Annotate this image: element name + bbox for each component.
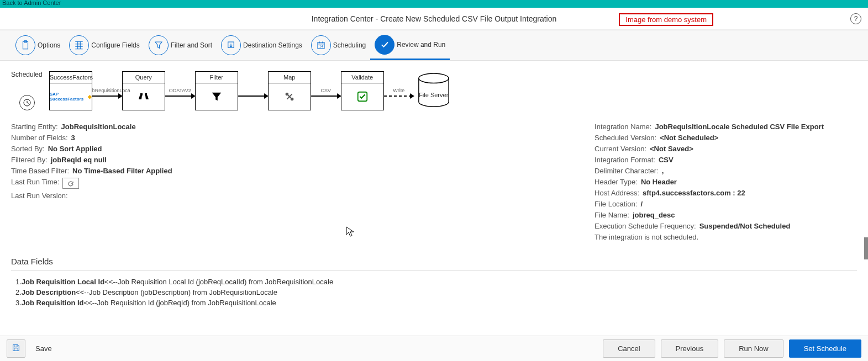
scheduled-label: Scheduled [11,71,43,78]
scrollbar-thumb[interactable] [864,237,868,259]
value: jobreq_desc [633,211,675,219]
previous-button[interactable]: Previous [661,339,719,358]
arrow-label: CSV [311,88,341,93]
label: Integration Format: [595,156,655,164]
wizard-step-destination[interactable]: Destination Settings [217,30,307,60]
wizard-step-label: Options [38,41,60,49]
run-now-button[interactable]: Run Now [724,339,783,358]
arrow [238,95,268,97]
label: Sorted By: [11,145,45,153]
svg-text:14: 14 [319,45,323,48]
value: No Time-Based Filter Applied [72,167,172,175]
fileserver-label: File Server [416,92,451,98]
node-filter: Filter [195,71,238,110]
arrow-label: Write [384,88,414,93]
filter-icon [149,35,169,55]
value: JobRequisitionLocale Scheduled CSV File … [655,123,824,131]
help-icon[interactable]: ? [850,13,861,24]
node-header: Validate [341,72,383,83]
value: JobRequisitionLocale [61,123,136,131]
node-fileserver: File Server [416,73,451,112]
node-header: SuccessFactors [50,72,92,83]
value: jobReqId eq null [51,156,107,164]
node-map: Map [268,71,311,110]
value: 3 [71,134,75,142]
arrow-label: ODATAV2 [165,88,195,93]
node-successfactors: SuccessFactors SAP SuccessFactors◆ [49,71,92,110]
binoculars-icon [123,83,165,110]
wizard-bar: Options Configure Fields Filter and Sort… [0,30,868,61]
value: CSV [659,156,674,164]
wizard-step-label: Filter and Sort [171,41,212,49]
arrow: CSV [311,95,341,97]
demo-banner: Image from demo system [619,13,713,26]
node-validate: Validate [341,71,384,110]
wizard-step-options[interactable]: Options [11,30,65,60]
label: Host Address: [595,189,639,197]
label: Header Type: [595,178,638,186]
review-run-icon [375,35,394,55]
configure-fields-icon [69,35,89,55]
label: Current Version: [595,145,646,153]
label: File Location: [595,200,637,208]
label: Last Run Time: [11,178,59,189]
value: / [640,200,643,208]
arrow-dashed: Write [384,95,414,97]
label: Filtered By: [11,156,48,164]
content-area: Scheduled SuccessFactors SAP SuccessFact… [0,61,868,361]
data-fields-header: Data Fields [11,257,857,266]
label: Number of Fields: [11,134,68,142]
wizard-step-label: Configure Fields [91,41,139,49]
options-icon [15,35,35,55]
value: No Sort Applied [48,145,102,153]
wizard-step-label: Scheduling [333,41,366,49]
svg-point-7 [291,97,294,100]
node-header: Filter [196,72,238,83]
arrow: ODATAV2 [165,95,195,97]
data-field-row: 2.Job Description<<--Job Description (jo… [15,288,857,296]
label: Execution Schedule Frequency: [595,222,696,230]
wizard-step-label: Review and Run [397,41,445,49]
wizard-step-review-run[interactable]: Review and Run [370,30,450,60]
label: Last Run Version: [11,192,68,200]
back-to-admin-link[interactable]: Back to Admin Center [2,0,61,6]
map-icon [269,83,311,110]
not-scheduled-msg: The integration is not scheduled. [595,233,698,241]
wizard-step-label: Destination Settings [243,41,302,49]
sap-logo-text: SAP SuccessFactors [50,92,88,102]
arrow-label: bRequisitionLoca [92,88,122,93]
funnel-icon [196,83,238,110]
value: , [662,167,664,175]
flow-diagram: Scheduled SuccessFactors SAP SuccessFact… [11,70,857,112]
label: Starting Entity: [11,123,58,131]
value: No Header [641,178,677,186]
wizard-step-filter-sort[interactable]: Filter and Sort [144,30,217,60]
refresh-button[interactable] [62,178,79,189]
checkmark-icon [341,83,383,110]
details-grid: Starting Entity:JobRequisitionLocale Num… [11,123,857,241]
page-title: Integration Center - Create New Schedule… [312,14,557,23]
wizard-step-configure-fields[interactable]: Configure Fields [65,30,144,60]
label: File Name: [595,211,629,219]
label: Scheduled Version: [595,134,656,142]
value: sftp4.successfactors.com : 22 [643,189,745,197]
value: Suspended/Not Scheduled [699,222,791,230]
label: Integration Name: [595,123,651,131]
save-button[interactable]: Save [27,340,61,357]
label: Time Based Filter: [11,167,69,175]
footer-bar: Save Cancel Previous Run Now Set Schedul… [0,336,868,361]
arrow: bRequisitionLoca [92,95,122,97]
scheduling-icon: 14 [311,35,331,55]
value: <Not Scheduled> [660,134,718,142]
svg-point-6 [285,92,288,95]
divider [11,270,857,271]
svg-point-9 [419,73,449,83]
save-icon-button[interactable] [7,339,25,358]
node-header: Map [269,72,311,83]
node-header: Query [123,72,165,83]
cancel-button[interactable]: Cancel [603,339,655,358]
set-schedule-button[interactable]: Set Schedule [789,339,861,358]
clock-icon [19,95,35,110]
data-field-row: 1.Job Requisition Local Id<<--Job Requis… [15,278,857,286]
wizard-step-scheduling[interactable]: 14 Scheduling [307,30,370,60]
